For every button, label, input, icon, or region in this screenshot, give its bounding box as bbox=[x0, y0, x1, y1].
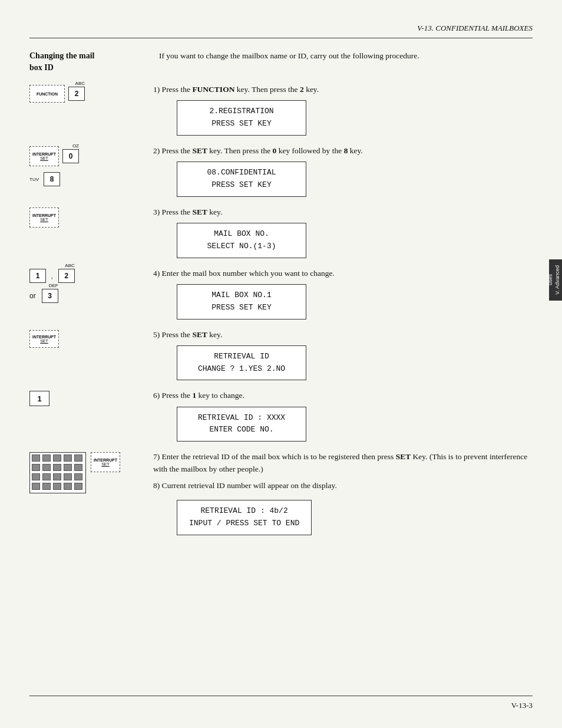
key-3-icon: 3 bbox=[42, 289, 58, 303]
key-2-icon: 2 bbox=[68, 87, 85, 101]
kc5 bbox=[74, 454, 82, 462]
def-label: DEF bbox=[49, 283, 58, 288]
intro-row: Changing the mail box ID If you want to … bbox=[29, 50, 533, 73]
step-7-text: 7) Enter the retrieval ID of the mail bo… bbox=[153, 451, 533, 475]
step-2-text: 2) Press the SET key. Then press the 0 k… bbox=[153, 145, 533, 157]
step-2-keys: INTERRUPT SET OZ 0 TUV 8 bbox=[29, 145, 147, 186]
step-7-content: 7) Enter the retrieval ID of the mail bo… bbox=[153, 451, 533, 535]
step-5-lcd-line1: RETRIEVAL ID bbox=[189, 351, 294, 363]
step-7-keys: INTERRUPT SET bbox=[29, 451, 147, 493]
step-1-lcd: 2.REGISTRATION PRESS SET KEY bbox=[177, 100, 306, 136]
step-3-lcd-line2: SELECT NO.(1-3) bbox=[189, 241, 294, 253]
step-6-keys: 1 bbox=[29, 390, 147, 406]
oz-label: OZ bbox=[72, 143, 79, 149]
step-4-keys: 1 , ABC 2 or DEF 3 bbox=[29, 268, 147, 303]
keypad-icon bbox=[29, 452, 86, 493]
tuv-label: TUV bbox=[29, 177, 39, 182]
step-2-key-row-top: INTERRUPT SET OZ 0 bbox=[29, 146, 79, 166]
interrupt-set-key-icon: INTERRUPT SET bbox=[29, 330, 59, 348]
step-6-lcd-line1: RETRIEVAL ID : XXXX bbox=[189, 412, 294, 424]
kc7 bbox=[42, 464, 51, 471]
section-title: Changing the mail box ID bbox=[29, 50, 147, 73]
interrupt-key-2-icon: INTERRUPT SET bbox=[29, 207, 59, 228]
step-4-lcd: MAIL BOX NO.1 PRESS SET KEY bbox=[177, 284, 306, 319]
kc12 bbox=[42, 473, 51, 480]
comma-separator: , bbox=[51, 272, 53, 279]
step-1-keys: FUNCTION ABC 2 bbox=[29, 84, 147, 103]
kc9 bbox=[64, 464, 72, 471]
sidebar-label-uses: uses bbox=[547, 274, 553, 285]
kc19 bbox=[64, 483, 72, 490]
page-footer: V-13-3 bbox=[29, 696, 533, 710]
kc6 bbox=[32, 464, 40, 471]
step-3-keys: INTERRUPT SET bbox=[29, 206, 147, 228]
step-3-row: INTERRUPT SET 3) Press the SET key. MAIL… bbox=[29, 206, 533, 258]
page-header: V-13. CONFIDENTIAL MAILBOXES bbox=[29, 24, 533, 38]
kc13 bbox=[53, 473, 61, 480]
key-1b-icon: 1 bbox=[29, 391, 49, 406]
step-7-key-group: INTERRUPT SET bbox=[29, 452, 120, 493]
kc18 bbox=[53, 483, 61, 490]
step-1-lcd-line2: PRESS SET KEY bbox=[189, 118, 294, 130]
step-1-content: 1) Press the FUNCTION key. Then press th… bbox=[153, 84, 533, 136]
step-5-lcd-line2: CHANGE ? 1.YES 2.NO bbox=[189, 363, 294, 375]
page: V-13. CONFIDENTIAL MAILBOXES V. Advanced… bbox=[0, 0, 562, 728]
step-5-text: 5) Press the SET key. bbox=[153, 329, 533, 341]
kc15 bbox=[74, 473, 82, 480]
step-4-lcd-line2: PRESS SET KEY bbox=[189, 302, 294, 314]
kc16 bbox=[32, 483, 40, 490]
step-4-text: 4) Enter the mail box number which you w… bbox=[153, 268, 533, 279]
sidebar-label-advanced: V. Advanced bbox=[554, 265, 560, 295]
step-2-key-row-bottom: TUV 8 bbox=[29, 172, 60, 186]
step-1-text: 1) Press the FUNCTION key. Then press th… bbox=[153, 84, 533, 95]
key-1-icon: 1 bbox=[29, 269, 46, 283]
kc1 bbox=[32, 454, 40, 462]
kc17 bbox=[42, 483, 51, 490]
intro-text: If you want to change the mailbox name o… bbox=[159, 50, 533, 73]
key-0-icon: 0 bbox=[62, 149, 79, 163]
step-3-text: 3) Press the SET key. bbox=[153, 206, 533, 218]
step-2-lcd-line1: 08.CONFIDENTIAL bbox=[189, 167, 294, 179]
step-1-lcd-line1: 2.REGISTRATION bbox=[189, 106, 294, 118]
abc-label: ABC bbox=[75, 81, 85, 86]
kc14 bbox=[64, 473, 72, 480]
step-3-content: 3) Press the SET key. MAIL BOX NO. SELEC… bbox=[153, 206, 533, 258]
step-5-lcd: RETRIEVAL ID CHANGE ? 1.YES 2.NO bbox=[177, 345, 306, 381]
step-2-row: INTERRUPT SET OZ 0 TUV 8 2) Press the SE… bbox=[29, 145, 533, 197]
kc2 bbox=[42, 454, 51, 462]
step-4-lcd-line1: MAIL BOX NO.1 bbox=[189, 289, 294, 302]
step-2-lcd: 08.CONFIDENTIAL PRESS SET KEY bbox=[177, 162, 306, 197]
step-6-text: 6) Press the 1 key to change. bbox=[153, 390, 533, 401]
page-number: V-13-3 bbox=[511, 701, 533, 710]
key-8-icon: 8 bbox=[44, 172, 60, 186]
step-5-row: INTERRUPT SET 5) Press the SET key. RETR… bbox=[29, 329, 533, 381]
step-6-lcd: RETRIEVAL ID : XXXX ENTER CODE NO. bbox=[177, 407, 306, 442]
step-5-content: 5) Press the SET key. RETRIEVAL ID CHANG… bbox=[153, 329, 533, 381]
kc11 bbox=[32, 473, 40, 480]
step-5-keys: INTERRUPT SET bbox=[29, 329, 147, 348]
step-1-row: FUNCTION ABC 2 1) Press the FUNCTION key… bbox=[29, 84, 533, 136]
abc-label-2: ABC bbox=[65, 263, 74, 268]
kc8 bbox=[53, 464, 61, 471]
function-key-icon: FUNCTION bbox=[29, 85, 65, 103]
step-4-row: 1 , ABC 2 or DEF 3 4) Enter the mail box… bbox=[29, 268, 533, 319]
kc20 bbox=[74, 483, 82, 490]
step-8-text: 8) Current retrieval ID number will appe… bbox=[153, 480, 533, 492]
step-6-row: 1 6) Press the 1 key to change. RETRIEVA… bbox=[29, 390, 533, 442]
step-6-content: 6) Press the 1 key to change. RETRIEVAL … bbox=[153, 390, 533, 442]
kc10 bbox=[74, 464, 82, 471]
step-4-key-row2: or DEF 3 bbox=[29, 289, 58, 303]
sidebar-tab: V. Advanced uses bbox=[549, 259, 562, 301]
step-2-content: 2) Press the SET key. Then press the 0 k… bbox=[153, 145, 533, 197]
step-2-lcd-line2: PRESS SET KEY bbox=[189, 179, 294, 192]
step-7-row: INTERRUPT SET 7) Enter the retrieval ID … bbox=[29, 451, 533, 535]
step-8-lcd: RETRIEVAL ID : 4b/2 INPUT / PRESS SET TO… bbox=[177, 500, 312, 535]
step-4-content: 4) Enter the mail box number which you w… bbox=[153, 268, 533, 319]
step-3-lcd-line1: MAIL BOX NO. bbox=[189, 228, 294, 241]
step-8-lcd-line2: INPUT / PRESS SET TO END bbox=[189, 518, 299, 530]
interrupt-key-icon: INTERRUPT SET bbox=[29, 146, 59, 166]
step-3-lcd: MAIL BOX NO. SELECT NO.(1-3) bbox=[177, 223, 306, 258]
header-title: V-13. CONFIDENTIAL MAILBOXES bbox=[417, 24, 533, 32]
step-1-key-row: FUNCTION ABC 2 bbox=[29, 85, 85, 103]
kc4 bbox=[64, 454, 72, 462]
